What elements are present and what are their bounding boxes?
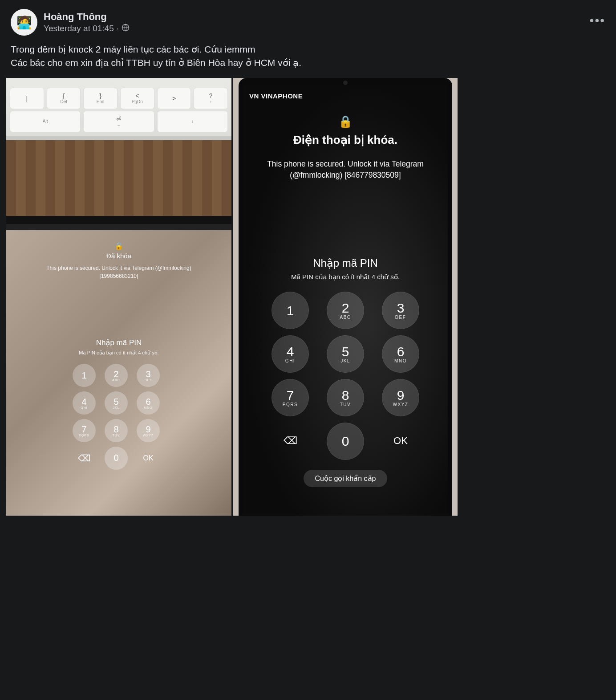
phone-surround: VN VINAPHONE 🔒 Điện thoại bị khóa. This … xyxy=(233,78,458,516)
phone-body: VN VINAPHONE 🔒 Điện thoại bị khóa. This … xyxy=(239,78,452,516)
photo-tablet[interactable]: |{Del}End<PgDn>?↑ Alt⏎←↓ 🔒 Đã khóa This … xyxy=(6,78,231,516)
keyboard-key: | xyxy=(10,88,44,109)
pin-title: Nhập mã PIN xyxy=(313,257,378,269)
keyboard-key: ↓ xyxy=(157,111,228,132)
author-block: Hoàng Thông Yesterday at 01:45 · xyxy=(44,11,130,34)
lock-icon: 🔒 xyxy=(338,115,353,129)
phone-keypad: 12ABC3DEF4GHI5JKL6MNO7PQRS8TUV9WXYZ⌫0OK xyxy=(266,292,425,461)
tablet-screen: 🔒 Đã khóa This phone is secured. Unlock … xyxy=(6,230,231,516)
keyboard: |{Del}End<PgDn>?↑ Alt⏎←↓ xyxy=(6,78,231,140)
carrier-label: VN VINAPHONE xyxy=(249,92,303,100)
lock-message: This phone is secured. Unlock it via Tel… xyxy=(46,264,191,280)
phone-screen: VN VINAPHONE 🔒 Điện thoại bị khóa. This … xyxy=(243,85,448,516)
keypad-key-9[interactable]: 9WXYZ xyxy=(382,379,419,416)
keypad-key-6[interactable]: 6MNO xyxy=(137,391,160,415)
locked-title: Đã khóa xyxy=(106,252,131,260)
backspace-key[interactable]: ⌫ xyxy=(73,447,96,470)
post-body: Trong đêm bị knock 2 máy liên tục các bá… xyxy=(11,43,605,70)
ok-key[interactable]: OK xyxy=(382,423,419,459)
lock-msg-line: (@fmmlocking) [846779830509] xyxy=(267,170,424,181)
keypad-key-0[interactable]: 0 xyxy=(327,423,364,460)
keypad-key-5[interactable]: 5JKL xyxy=(327,335,364,373)
keyboard-key: ⏎← xyxy=(83,111,154,132)
media-grid: |{Del}End<PgDn>?↑ Alt⏎←↓ 🔒 Đã khóa This … xyxy=(0,78,616,516)
keypad-key-7[interactable]: 7PQRS xyxy=(272,379,309,416)
keypad-key-9[interactable]: 9WXYZ xyxy=(137,419,160,442)
keyboard-key: Alt xyxy=(10,111,81,132)
avatar[interactable]: 🧑‍💻 xyxy=(11,9,37,36)
public-icon xyxy=(122,24,130,34)
emergency-call-button[interactable]: Cuộc gọi khẩn cấp xyxy=(304,470,388,487)
keypad-key-8[interactable]: 8TUV xyxy=(105,419,128,442)
keypad-key-6[interactable]: 6MNO xyxy=(382,335,419,373)
post: 🧑‍💻 Hoàng Thông Yesterday at 01:45 · •••… xyxy=(0,0,616,70)
keyboard-key: <PgDn xyxy=(120,88,154,109)
tablet-body: 🔒 Đã khóa This phone is secured. Unlock … xyxy=(6,216,231,516)
pin-subtitle: Mã PIN của bạn có ít nhất 4 chữ số. xyxy=(291,273,400,281)
post-header: 🧑‍💻 Hoàng Thông Yesterday at 01:45 · ••• xyxy=(11,9,605,36)
keypad-key-8[interactable]: 8TUV xyxy=(327,379,364,416)
backspace-key[interactable]: ⌫ xyxy=(272,423,308,459)
keyboard-key: ?↑ xyxy=(194,88,228,109)
locked-title: Điện thoại bị khóa. xyxy=(293,133,397,147)
keypad-key-4[interactable]: 4GHI xyxy=(272,335,309,373)
lock-message: This phone is secured. Unlock it via Tel… xyxy=(259,159,432,181)
keypad-key-5[interactable]: 5JKL xyxy=(105,391,128,415)
keyboard-key: > xyxy=(157,88,191,109)
pin-title: Nhập mã PIN xyxy=(96,338,142,347)
keypad-key-4[interactable]: 4GHI xyxy=(73,391,96,415)
keypad-key-1[interactable]: 1 xyxy=(272,292,309,329)
timestamp[interactable]: Yesterday at 01:45 xyxy=(44,24,114,33)
keypad-key-2[interactable]: 2ABC xyxy=(105,364,128,387)
body-line: Trong đêm bị knock 2 máy liên tục các bá… xyxy=(11,43,605,56)
front-camera xyxy=(343,81,348,85)
keypad-key-0[interactable]: 0 xyxy=(105,447,128,470)
post-meta: Yesterday at 01:45 · xyxy=(44,24,130,34)
keyboard-key: }End xyxy=(83,88,118,109)
more-button[interactable]: ••• xyxy=(590,13,605,28)
tablet-keypad: 12ABC3DEF4GHI5JKL6MNO7PQRS8TUV9WXYZ⌫0OK xyxy=(73,364,165,471)
ok-key[interactable]: OK xyxy=(137,447,160,470)
keypad-key-7[interactable]: 7PQRS xyxy=(73,419,96,442)
lock-msg-line: [199856683210] xyxy=(46,272,191,280)
photo-phone[interactable]: VN VINAPHONE 🔒 Điện thoại bị khóa. This … xyxy=(233,78,458,516)
keypad-key-3[interactable]: 3DEF xyxy=(137,364,160,387)
meta-sep: · xyxy=(117,24,119,33)
lock-icon: 🔒 xyxy=(114,242,123,250)
keyboard-key: {Del xyxy=(47,88,81,109)
lock-msg-line: This phone is secured. Unlock it via Tel… xyxy=(267,159,424,170)
keypad-key-3[interactable]: 3DEF xyxy=(382,292,419,329)
author-name[interactable]: Hoàng Thông xyxy=(44,11,130,23)
pin-subtitle: Mã PIN của bạn có ít nhất 4 chữ số. xyxy=(79,350,158,356)
desk-surface xyxy=(6,140,231,216)
keypad-key-2[interactable]: 2ABC xyxy=(327,292,364,329)
body-line: Các bác cho em xin địa chỉ TTBH uy tín ở… xyxy=(11,56,605,69)
lock-msg-line: This phone is secured. Unlock it via Tel… xyxy=(46,264,191,272)
keypad-key-1[interactable]: 1 xyxy=(73,364,96,387)
